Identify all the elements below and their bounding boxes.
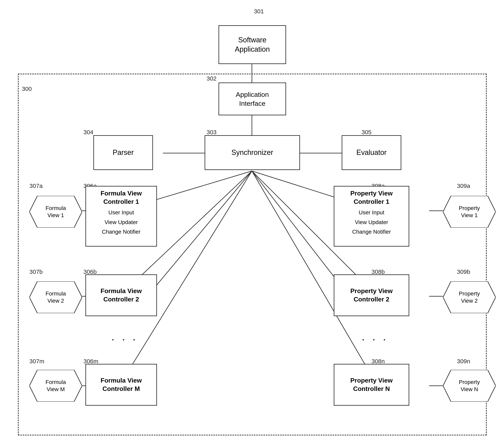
ref-307b: 307b [29, 269, 43, 275]
ref-306m: 306m [83, 358, 98, 365]
pvc1-user-input: User Input [359, 209, 384, 216]
software-application-label: Software Application [235, 35, 270, 54]
synchronizer-node: Synchronizer [205, 135, 300, 170]
pvc1-change-notifier: Change Notifier [352, 228, 391, 235]
ref-302: 302 [207, 75, 216, 82]
software-application-node: Software Application [218, 25, 286, 64]
pvc1-title: Property View Controller 1 [337, 189, 406, 206]
fvc1-node: Formula View Controller 1 User Input Vie… [85, 186, 157, 247]
ref-308b: 308b [372, 269, 385, 275]
ref-301: 301 [254, 8, 264, 15]
parser-label: Parser [113, 148, 134, 157]
ref-308n: 308n [372, 358, 385, 365]
pv1-node: Property View 1 [443, 196, 496, 228]
fvcm-node: Formula View Controller M [85, 364, 157, 406]
dots-pvc: · · · [361, 332, 388, 346]
pv2-label: Property View 2 [459, 290, 480, 305]
pvc2-label: Property View Controller 2 [350, 287, 393, 303]
ref-304: 304 [83, 129, 93, 135]
ref-309a: 309a [457, 183, 470, 189]
evaluator-label: Evaluator [356, 148, 387, 157]
fvcm-label: Formula View Controller M [101, 376, 142, 393]
fvc1-user-input: User Input [108, 209, 134, 216]
ref-309n: 309n [457, 358, 470, 365]
pvn-label: Property View N [459, 379, 480, 393]
pvc2-node: Property View Controller 2 [334, 274, 409, 316]
application-interface-node: Application Interface [218, 82, 286, 115]
ref-303: 303 [207, 129, 216, 135]
pvcn-label: Property View Controller N [350, 376, 393, 393]
ref-307a: 307a [29, 183, 43, 189]
pvn-node: Property View N [443, 370, 496, 402]
fvc1-change-notifier: Change Notifier [102, 228, 141, 235]
fvm-label: Formula View M [45, 379, 66, 393]
ref-305: 305 [361, 129, 372, 135]
pvc1-node: Property View Controller 1 User Input Vi… [334, 186, 409, 247]
pv1-label: Property View 1 [459, 205, 480, 219]
pv2-node: Property View 2 [443, 281, 496, 313]
dots-fvc: · · · [111, 332, 138, 346]
pvc1-view-updater: View Updater [355, 219, 388, 226]
fvc1-title: Formula View Controller 1 [89, 189, 154, 206]
ref-307m: 307m [29, 358, 44, 365]
fvc1-view-updater: View Updater [105, 219, 138, 226]
fv1-label: Formula View 1 [45, 205, 66, 219]
synchronizer-label: Synchronizer [232, 148, 273, 157]
fvc2-label: Formula View Controller 2 [101, 287, 142, 303]
pvcn-node: Property View Controller N [334, 364, 409, 406]
fv1-node: Formula View 1 [29, 196, 82, 228]
ref-306b: 306b [83, 269, 97, 275]
diagram: 301 300 302 303 304 305 306a 307a 306b 3… [0, 0, 504, 445]
fv2-label: Formula View 2 [45, 290, 66, 305]
ref-309b: 309b [457, 269, 470, 275]
evaluator-node: Evaluator [342, 135, 401, 170]
fv2-node: Formula View 2 [29, 281, 82, 313]
fvm-node: Formula View M [29, 370, 82, 402]
fvc2-node: Formula View Controller 2 [85, 274, 157, 316]
ref-300: 300 [22, 85, 32, 92]
parser-node: Parser [93, 135, 153, 170]
application-interface-label: Application Interface [236, 90, 269, 108]
